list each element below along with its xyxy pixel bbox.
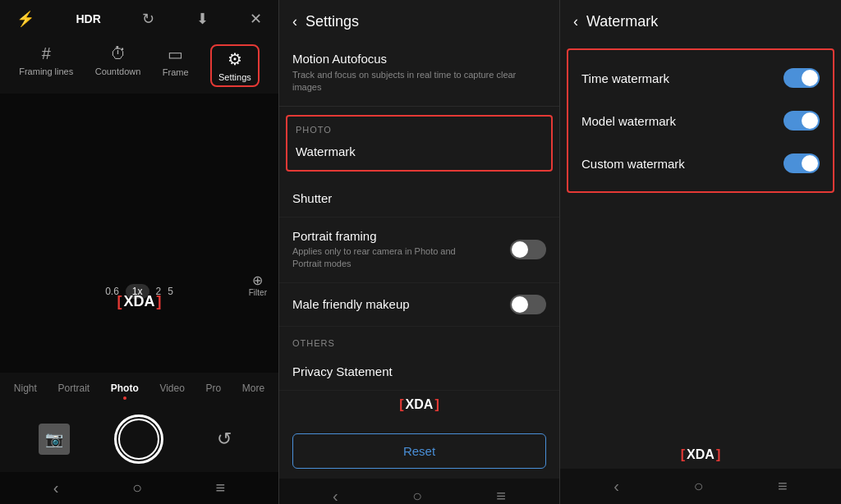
shutter-title: Shutter (292, 191, 332, 205)
xda-logo-3: [ XDA ] (681, 447, 720, 462)
frame-icon: ▭ (168, 44, 183, 64)
filter-label: Filter (249, 288, 267, 297)
camera-top-bar: ⚡ HDR ↻ ⬇ ✕ (0, 0, 278, 38)
male-makeup-item[interactable]: Male friendly makeup (279, 283, 559, 327)
countdown-icon: ⏱ (110, 44, 126, 63)
portrait-framing-item[interactable]: Portrait framing Applies only to rear ca… (279, 218, 559, 283)
settings-control[interactable]: ⚙ Settings (210, 44, 260, 87)
framing-lines-control[interactable]: # Framing lines (19, 44, 73, 87)
xda-text-3: XDA (687, 447, 715, 462)
mode-more[interactable]: More (239, 381, 268, 401)
photo-section: PHOTO Watermark (286, 115, 553, 172)
timer-icon[interactable]: ↻ (142, 10, 154, 28)
xda-text-2: XDA (406, 397, 434, 412)
motion-autofocus-section: Motion Autofocus Track and focus on subj… (279, 40, 559, 107)
motion-autofocus-desc: Track and focus on subjects in real time… (292, 69, 546, 94)
settings-header: ‹ Settings (279, 0, 559, 40)
xda-bracket-right-2: ] (434, 397, 439, 412)
xda-bracket-left-2: [ (399, 397, 403, 412)
watermark-options: Time watermark Model watermark Custom wa… (567, 48, 834, 193)
time-watermark-toggle[interactable] (784, 68, 820, 88)
zoom-5[interactable]: 5 (168, 286, 173, 297)
camera-nav-bar: ‹ ○ ≡ (0, 472, 278, 504)
watermark-item[interactable]: Watermark (296, 141, 543, 162)
filter-button[interactable]: ⊕ Filter (249, 273, 267, 297)
camera-viewfinder[interactable]: [ XDA ] 0.6 1x 2 5 ⊕ Filter (0, 94, 278, 373)
photo-section-label: PHOTO (296, 125, 543, 135)
portrait-framing-title: Portrait framing (292, 229, 481, 243)
privacy-statement-item[interactable]: Privacy Statement (279, 353, 559, 391)
settings-panel: ‹ Settings Motion Autofocus Track and fo… (279, 0, 560, 504)
others-section: OTHERS (279, 327, 559, 353)
male-makeup-toggle[interactable] (510, 295, 546, 314)
settings-nav-bar: ‹ ○ ≡ (279, 479, 559, 504)
settings-nav-menu[interactable]: ≡ (496, 487, 506, 504)
zoom-06[interactable]: 0.6 (105, 286, 119, 297)
camera-bottom-bar: 📷 ↺ (0, 406, 278, 472)
countdown-label: Countdown (95, 66, 141, 76)
privacy-statement-title: Privacy Statement (292, 364, 393, 378)
settings-icon: ⚙ (227, 49, 242, 69)
watermark-panel: ‹ Watermark Time watermark Model waterma… (560, 0, 841, 504)
xda-logo-2: [ XDA ] (399, 397, 439, 412)
hdr-label[interactable]: HDR (76, 12, 100, 25)
watermark-header: ‹ Watermark (560, 0, 841, 40)
mode-video[interactable]: Video (156, 381, 187, 401)
settings-nav-home[interactable]: ○ (412, 487, 422, 504)
settings-back-button[interactable]: ‹ (292, 13, 297, 30)
zoom-2[interactable]: 2 (156, 286, 162, 297)
filter-icon: ⊕ (252, 273, 263, 288)
watermark-nav-bar: ‹ ○ ≡ (560, 469, 841, 504)
active-mode-dot (123, 396, 126, 400)
motion-autofocus-title: Motion Autofocus (292, 52, 546, 66)
watermark-title: Watermark (586, 13, 658, 30)
model-watermark-item[interactable]: Model watermark (568, 99, 833, 142)
watermark-back-button[interactable]: ‹ (573, 13, 578, 30)
mode-photo[interactable]: Photo (108, 381, 142, 401)
flip-camera-button[interactable]: ↺ (209, 424, 240, 455)
model-watermark-title: Model watermark (581, 114, 676, 128)
xda-bracket-left-3: [ (681, 447, 685, 462)
time-watermark-title: Time watermark (581, 71, 669, 85)
mode-selector: Night Portrait Photo Video Pro More (0, 373, 278, 406)
custom-watermark-toggle[interactable] (784, 153, 820, 173)
reset-area: Reset (279, 424, 559, 479)
portrait-framing-toggle[interactable] (510, 240, 546, 259)
settings-label: Settings (218, 72, 251, 82)
nav-menu-icon[interactable]: ≡ (216, 479, 226, 497)
framing-icon: # (42, 44, 51, 63)
nav-back-icon[interactable]: ‹ (53, 479, 59, 497)
xda-bracket-right-3: ] (716, 447, 720, 462)
frame-control[interactable]: ▭ Frame (163, 44, 189, 87)
portrait-framing-desc: Applies only to rear camera in Photo and… (292, 245, 481, 271)
zoom-bar: 0.6 1x 2 5 (0, 284, 278, 299)
spacer-3 (560, 201, 841, 441)
model-watermark-toggle[interactable] (784, 111, 820, 131)
portrait-framing-left: Portrait framing Applies only to rear ca… (292, 229, 481, 271)
gallery-thumbnail[interactable]: 📷 (39, 424, 70, 455)
settings-nav-back[interactable]: ‹ (333, 487, 338, 504)
watermark-nav-menu[interactable]: ≡ (778, 477, 788, 496)
flash-icon[interactable]: ⚡ (16, 10, 34, 28)
shutter-button[interactable] (114, 415, 163, 464)
others-label: OTHERS (292, 338, 546, 348)
time-watermark-item[interactable]: Time watermark (568, 57, 833, 99)
zoom-1x[interactable]: 1x (126, 284, 149, 299)
custom-watermark-item[interactable]: Custom watermark (568, 142, 833, 185)
shutter-inner (118, 419, 159, 460)
reset-button[interactable]: Reset (292, 433, 546, 469)
download-icon[interactable]: ⬇ (196, 10, 209, 28)
mode-night[interactable]: Night (11, 381, 40, 401)
mode-portrait[interactable]: Portrait (54, 381, 93, 401)
close-icon[interactable]: ✕ (250, 10, 262, 28)
camera-panel: ⚡ HDR ↻ ⬇ ✕ # Framing lines ⏱ Countdown … (0, 0, 279, 504)
mode-pro[interactable]: Pro (203, 381, 225, 401)
watermark-nav-back[interactable]: ‹ (614, 477, 619, 496)
countdown-control[interactable]: ⏱ Countdown (95, 44, 141, 87)
nav-home-icon[interactable]: ○ (132, 479, 142, 497)
custom-watermark-title: Custom watermark (581, 157, 685, 171)
watermark-nav-home[interactable]: ○ (693, 477, 703, 496)
frame-label: Frame (163, 67, 189, 77)
camera-controls-row: # Framing lines ⏱ Countdown ▭ Frame ⚙ Se… (0, 38, 278, 94)
shutter-item[interactable]: Shutter (279, 180, 559, 218)
